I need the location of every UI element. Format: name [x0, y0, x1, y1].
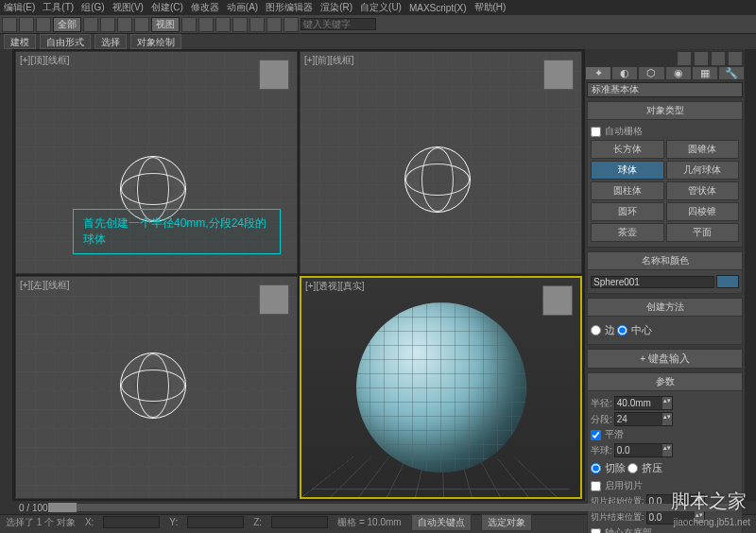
layer-dropdown[interactable]: 全部: [53, 17, 81, 32]
time-slider[interactable]: [48, 504, 737, 511]
tab-freeform[interactable]: 自由形式: [40, 34, 91, 49]
vp-label-top[interactable]: [+][顶][线框]: [20, 54, 70, 67]
method-edge-radio[interactable]: [591, 325, 601, 335]
nav-right-bar[interactable]: [745, 49, 756, 501]
category-dropdown[interactable]: 标准基本体: [587, 82, 743, 97]
menu-render[interactable]: 渲染(R): [320, 1, 352, 14]
viewcube-icon[interactable]: [259, 60, 289, 90]
angle-snap-button[interactable]: [198, 17, 214, 32]
snap-button[interactable]: [181, 17, 197, 32]
menu-help[interactable]: 帮助(H): [474, 1, 507, 14]
coord-z-input[interactable]: [271, 516, 328, 528]
viewport-left[interactable]: [+][左][线框]: [15, 276, 298, 499]
menu-custom[interactable]: 自定义(U): [360, 1, 402, 14]
vp-label-left[interactable]: [+][左][线框]: [20, 279, 70, 292]
type-teapot[interactable]: 茶壶: [591, 223, 664, 242]
mirror-button[interactable]: [215, 17, 231, 32]
scale-button[interactable]: [134, 17, 149, 32]
menu-anim[interactable]: 动画(A): [227, 1, 258, 14]
method-center-radio[interactable]: [617, 325, 627, 335]
vp-label-front[interactable]: [+][前][线框]: [304, 54, 354, 67]
align-button[interactable]: [232, 17, 248, 32]
hemi-input[interactable]: [615, 444, 662, 456]
type-box[interactable]: 长方体: [591, 140, 664, 159]
material-button[interactable]: [249, 17, 265, 32]
smooth-checkbox[interactable]: [591, 430, 601, 440]
coord-x-input[interactable]: [103, 516, 160, 528]
search-input[interactable]: [301, 18, 376, 30]
rollout-header[interactable]: + 键盘输入: [587, 349, 743, 369]
menu-tools[interactable]: 工具(T): [43, 1, 74, 14]
tab-modeling[interactable]: 建模: [4, 34, 36, 49]
autogrid-checkbox[interactable]: [591, 127, 601, 137]
select-button[interactable]: [83, 17, 98, 32]
tab-display-icon[interactable]: ▦: [692, 66, 718, 80]
time-handle[interactable]: [48, 503, 77, 512]
rollout-header[interactable]: 创建方法: [587, 298, 743, 317]
type-sphere[interactable]: 球体: [591, 161, 664, 180]
cmd-tool-icon[interactable]: [694, 51, 709, 66]
basepivot-checkbox[interactable]: [591, 528, 601, 534]
rotate-button[interactable]: [117, 17, 132, 32]
move-button[interactable]: [100, 17, 115, 32]
type-pyramid[interactable]: 四棱锥: [666, 202, 740, 221]
spinner-arrows[interactable]: ▴▾: [662, 413, 672, 425]
render-button[interactable]: [284, 17, 299, 32]
sphere-shaded[interactable]: [356, 302, 526, 473]
tab-selection[interactable]: 选择: [94, 34, 127, 49]
viewcube-icon[interactable]: [259, 284, 289, 315]
chop-radio[interactable]: [591, 463, 601, 473]
type-geosphere[interactable]: 几何球体: [666, 161, 740, 180]
radius-input[interactable]: [615, 397, 662, 409]
type-torus[interactable]: 圆环: [591, 202, 664, 221]
rollout-kbd: + 键盘输入: [587, 349, 743, 369]
sphere-wireframe[interactable]: [120, 352, 186, 419]
tab-motion-icon[interactable]: ◉: [665, 66, 692, 80]
tab-create-icon[interactable]: ✦: [585, 66, 611, 80]
tab-hierarchy-icon[interactable]: ⬡: [638, 66, 664, 80]
segs-input[interactable]: [615, 413, 662, 425]
type-cylinder[interactable]: 圆柱体: [591, 181, 664, 200]
viewport-perspective[interactable]: [+][透视][真实]: [300, 276, 582, 499]
menu-modifiers[interactable]: 修改器: [191, 1, 219, 14]
spinner-arrows[interactable]: ▴▾: [662, 444, 672, 456]
rollout-header[interactable]: 名称和颜色: [587, 251, 743, 270]
spinner-arrows[interactable]: ▴▾: [662, 397, 672, 409]
viewport-left-bar[interactable]: [0, 49, 13, 501]
menu-group[interactable]: 组(G): [81, 1, 104, 14]
menu-script[interactable]: MAXScript(X): [409, 3, 467, 13]
rollout-header[interactable]: 对象类型: [587, 101, 743, 120]
viewport-top[interactable]: [+][顶][线框] 首先创建一个半径40mm,分段24段的球体: [15, 51, 298, 274]
menu-graph[interactable]: 图形编辑器: [266, 1, 313, 14]
vp-label-persp[interactable]: [+][透视][真实]: [305, 280, 365, 293]
tab-objpaint[interactable]: 对象绘制: [130, 34, 181, 49]
squash-radio[interactable]: [627, 463, 638, 473]
coord-y-input[interactable]: [187, 516, 244, 528]
selobj-button[interactable]: 选定对象: [481, 514, 532, 531]
sphere-wireframe[interactable]: [404, 146, 471, 213]
redo-button[interactable]: [19, 17, 34, 32]
render-setup-button[interactable]: [266, 17, 282, 32]
viewcube-icon[interactable]: [542, 285, 573, 316]
menu-edit[interactable]: 编辑(E): [4, 1, 35, 14]
undo-button[interactable]: [2, 17, 17, 32]
color-swatch[interactable]: [716, 275, 739, 288]
menu-view[interactable]: 视图(V): [112, 1, 144, 14]
viewport-front[interactable]: [+][前][线框]: [300, 51, 582, 274]
rollout-header[interactable]: 参数: [587, 372, 743, 391]
menu-create[interactable]: 创建(C): [151, 1, 183, 14]
cmd-tool-icon[interactable]: [677, 51, 692, 66]
refcoord-dropdown[interactable]: 视图: [151, 17, 180, 32]
autokey-button[interactable]: 自动关键点: [411, 514, 472, 531]
cmd-tool-icon[interactable]: [728, 51, 743, 66]
link-button[interactable]: [36, 17, 51, 32]
type-plane[interactable]: 平面: [666, 223, 740, 242]
tab-utility-icon[interactable]: 🔧: [718, 66, 745, 80]
cmd-tool-icon[interactable]: [711, 51, 726, 66]
type-cone[interactable]: 圆锥体: [666, 140, 740, 159]
tab-modify-icon[interactable]: ◐: [611, 66, 638, 80]
type-tube[interactable]: 管状体: [666, 181, 740, 200]
viewcube-icon[interactable]: [543, 60, 574, 90]
object-name-input[interactable]: [591, 276, 714, 288]
slice-checkbox[interactable]: [591, 481, 601, 491]
